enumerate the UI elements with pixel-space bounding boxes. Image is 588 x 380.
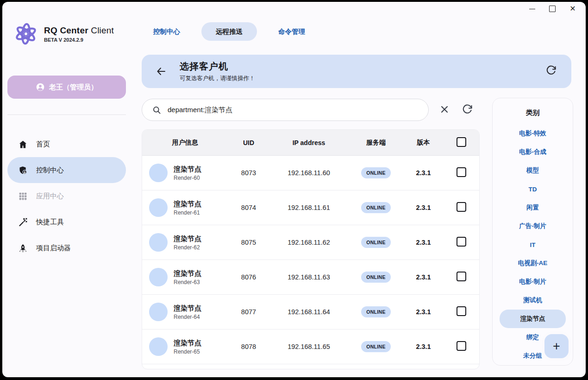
shield-user-icon [18, 165, 28, 175]
table-row[interactable]: 渲染节点Render-648077192.168.11.64ONLINE2.3.… [142, 295, 479, 329]
home-icon [18, 139, 28, 149]
category-item[interactable]: IT [500, 235, 566, 254]
sidebar-item-home[interactable]: 首页 [7, 131, 126, 157]
client-hostname: Render-65 [174, 348, 201, 355]
category-panel-title: 类别 [493, 108, 573, 117]
sidebar-item-app-center: 应用中心 [7, 183, 126, 209]
app-title: RQ Center Client [44, 25, 114, 36]
status-badge: ONLINE [361, 237, 390, 248]
top-tabs: 控制中心远程推送命令管理 [150, 22, 309, 41]
row-checkbox[interactable] [457, 202, 466, 212]
search-icon [152, 106, 161, 114]
status-badge: ONLINE [361, 341, 390, 352]
clear-search-button[interactable] [439, 104, 451, 116]
column-header: 用户信息 [142, 139, 228, 147]
uid-cell: 8076 [228, 273, 269, 281]
client-table: 用户信息UIDIP address服务端版本 渲染节点Render-608073… [142, 129, 480, 369]
client-name: 渲染节点 [174, 234, 201, 243]
uid-cell: 8073 [228, 169, 269, 177]
close-button[interactable]: ✕ [563, 2, 583, 16]
search-input[interactable] [167, 106, 428, 114]
table-row[interactable]: 渲染节点Render-658078192.168.11.65ONLINE2.3.… [142, 329, 479, 364]
column-header: IP address [269, 139, 348, 146]
table-row[interactable]: 渲染节点Render-638076192.168.11.63ONLINE2.3.… [142, 260, 479, 295]
category-item[interactable]: 渲染节点 [500, 310, 566, 328]
select-all-checkbox[interactable] [457, 137, 466, 147]
category-item[interactable]: 测试机 [500, 291, 566, 310]
table-row[interactable]: 渲染节点Render-618074192.168.11.61ONLINE2.3.… [142, 190, 479, 225]
client-avatar [149, 198, 168, 217]
category-item[interactable]: 模型 [500, 161, 566, 180]
app-version: BETA V 2024.2.9 [44, 37, 114, 43]
row-checkbox[interactable] [457, 167, 466, 177]
page-title: 选择客户机 [180, 60, 255, 73]
status-badge: ONLINE [361, 202, 390, 213]
client-hostname: Render-62 [174, 244, 201, 251]
sidebar-item-project-launcher[interactable]: 项目启动器 [7, 235, 126, 261]
tab-remote-push[interactable]: 远程推送 [201, 22, 257, 41]
maximize-icon [549, 6, 556, 12]
category-item[interactable]: TD [500, 180, 566, 198]
header-refresh-button[interactable] [545, 65, 557, 77]
row-checkbox[interactable] [457, 341, 466, 351]
client-hostname: Render-64 [174, 314, 201, 320]
client-avatar [149, 337, 168, 356]
ip-cell: 192.168.11.62 [269, 239, 348, 246]
back-button[interactable] [155, 65, 168, 78]
ip-cell: 192.168.11.63 [269, 273, 348, 281]
sidebar-item-control-center[interactable]: 控制中心 [7, 157, 126, 183]
category-item[interactable]: 电影-特效 [500, 124, 566, 143]
add-category-button[interactable]: + [544, 334, 569, 358]
category-item[interactable]: 广告-制片 [500, 217, 566, 235]
uid-cell: 8075 [228, 239, 269, 246]
sidebar-item-label: 首页 [36, 140, 50, 149]
sidebar-item-label: 应用中心 [36, 192, 64, 201]
user-icon [36, 82, 45, 92]
row-checkbox[interactable] [457, 272, 466, 281]
ip-cell: 192.168.11.60 [269, 169, 348, 177]
user-name: 老王（管理员） [49, 83, 98, 92]
refresh-icon [462, 104, 473, 115]
sidebar-divider [7, 114, 126, 115]
client-avatar [149, 233, 168, 252]
rocket-icon [18, 243, 28, 253]
uid-cell: 8078 [228, 343, 269, 350]
minimize-button[interactable] [522, 2, 542, 16]
column-header: 版本 [404, 139, 443, 147]
status-cell: ONLINE [348, 202, 404, 213]
version-cell: 2.3.1 [404, 204, 443, 211]
category-item[interactable]: 电视剧-AE [500, 254, 566, 272]
close-icon: ✕ [569, 5, 575, 13]
column-header: UID [228, 139, 269, 146]
table-row[interactable]: 渲染节点Render-608073192.168.11.60ONLINE2.3.… [142, 156, 479, 190]
client-avatar [149, 164, 168, 182]
sidebar-item-quick-tools[interactable]: 快捷工具 [7, 209, 126, 235]
back-arrow-icon [156, 66, 167, 77]
search-refresh-button[interactable] [462, 104, 474, 116]
ip-cell: 192.168.11.61 [269, 204, 348, 211]
status-cell: ONLINE [348, 272, 404, 283]
minimize-icon [529, 9, 535, 9]
maximize-button[interactable] [542, 2, 563, 16]
tab-command-manage[interactable]: 命令管理 [275, 27, 309, 36]
table-row[interactable]: 渲染节点Render-628075192.168.11.62ONLINE2.3.… [142, 225, 479, 260]
category-item[interactable]: 电影-合成 [500, 143, 566, 161]
checkbox-cell [443, 272, 479, 283]
client-name: 渲染节点 [174, 165, 201, 174]
sidebar-item-label: 项目启动器 [36, 244, 71, 253]
atom-logo-icon [13, 20, 39, 47]
row-checkbox[interactable] [457, 237, 466, 247]
tab-control-center[interactable]: 控制中心 [150, 27, 184, 36]
user-badge[interactable]: 老王（管理员） [7, 76, 126, 99]
uid-cell: 8074 [228, 204, 269, 211]
client-hostname: Render-61 [174, 209, 201, 216]
category-item[interactable]: 电影-制片 [500, 272, 566, 291]
category-item[interactable]: 闲置 [500, 198, 566, 217]
app-logo: RQ Center Client BETA V 2024.2.9 [13, 20, 114, 47]
row-checkbox[interactable] [457, 306, 466, 316]
search-box [142, 99, 429, 121]
status-cell: ONLINE [348, 237, 404, 248]
page-header: 选择客户机 可复选客户机，请谨慎操作！ [142, 55, 571, 88]
checkbox-cell [443, 202, 479, 213]
checkbox-cell [443, 341, 479, 352]
